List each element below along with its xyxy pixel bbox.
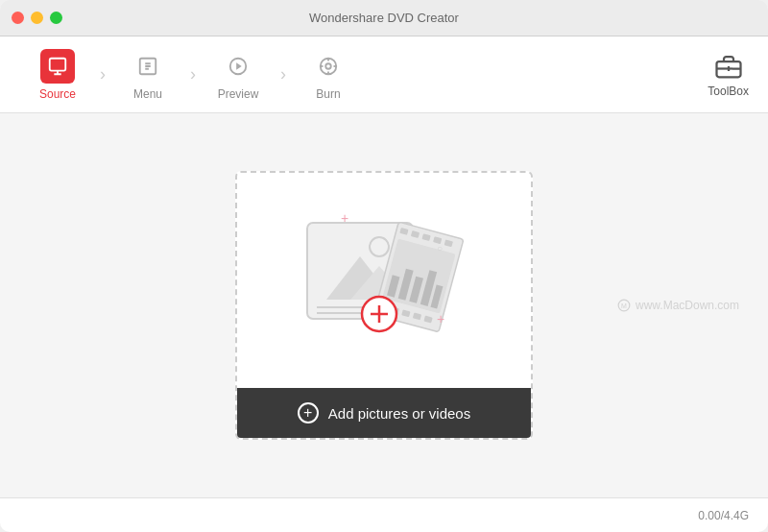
window-title: Wondershare DVD Creator (309, 11, 459, 25)
tab-preview-label: Preview (218, 87, 259, 101)
svg-text:○: ○ (437, 243, 443, 254)
arrow-2: › (190, 64, 196, 85)
illustration-svg: + ○ + (288, 194, 480, 362)
svg-marker-5 (236, 62, 242, 69)
watermark: M www.MacDown.com (617, 299, 739, 312)
illustration: + ○ + (288, 194, 480, 367)
burn-icon-wrap (311, 49, 346, 84)
tab-menu-label: Menu (133, 87, 162, 101)
svg-text:M: M (621, 302, 627, 309)
toolbox-label: ToolBox (708, 85, 749, 98)
toolbar-tabs: Source › Menu › Preview › (19, 36, 367, 112)
menu-icon (137, 56, 158, 77)
main-content: + ○ + + Add pictures or videos M www.Mac… (0, 113, 768, 497)
menu-icon-wrap (131, 49, 165, 84)
tab-preview[interactable]: Preview (200, 36, 276, 112)
watermark-text: www.MacDown.com (636, 299, 739, 312)
statusbar: 0.00/4.4G (0, 497, 768, 532)
titlebar-buttons (12, 12, 62, 24)
dropzone-content: + ○ + (237, 173, 531, 388)
svg-text:+: + (341, 210, 348, 226)
svg-text:+: + (437, 311, 444, 326)
arrow-3: › (280, 64, 286, 85)
tab-source-label: Source (39, 87, 76, 101)
tab-source[interactable]: Source (19, 36, 96, 112)
burn-icon (318, 56, 339, 77)
arrow-1: › (100, 64, 106, 85)
tab-burn-label: Burn (316, 87, 340, 101)
dropzone[interactable]: + ○ + + Add pictures or videos (235, 171, 533, 440)
watermark-icon: M (617, 299, 631, 312)
tab-burn[interactable]: Burn (290, 36, 367, 112)
minimize-button[interactable] (31, 12, 43, 24)
source-icon-wrap (40, 49, 75, 84)
add-media-button[interactable]: + Add pictures or videos (237, 388, 531, 438)
source-icon (47, 56, 68, 77)
toolbox-icon (714, 52, 743, 81)
toolbar: Source › Menu › Preview › (0, 36, 768, 113)
status-text: 0.00/4.4G (698, 509, 749, 522)
titlebar: Wondershare DVD Creator (0, 0, 768, 36)
maximize-button[interactable] (50, 12, 62, 24)
tab-menu[interactable]: Menu (109, 36, 186, 112)
close-button[interactable] (12, 12, 24, 24)
add-media-label: Add pictures or videos (328, 405, 470, 422)
preview-icon-wrap (221, 49, 255, 84)
toolbox-button[interactable]: ToolBox (708, 52, 749, 98)
svg-rect-0 (50, 58, 66, 70)
preview-icon (228, 56, 249, 77)
plus-icon: + (298, 402, 319, 423)
svg-point-7 (325, 63, 331, 69)
